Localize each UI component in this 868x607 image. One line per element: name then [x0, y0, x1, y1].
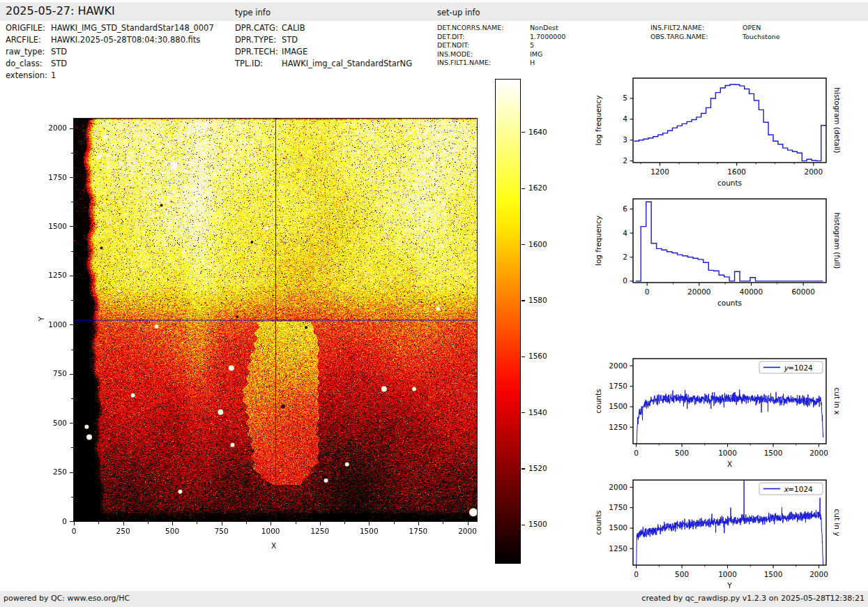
qc-report-page: 2025-05-27: HAWKI type info set-up info … — [0, 0, 868, 607]
main-x-minor-tick — [344, 522, 345, 524]
cut-x-series — [637, 389, 823, 444]
main-y-minor-tick — [71, 447, 73, 448]
file-info-label: extension: — [6, 70, 51, 80]
hist-full-x-tick-label: 40000 — [740, 287, 763, 296]
cut-x-y-tick-label: 1250 — [609, 423, 627, 431]
hist-full-y-tick-label: 2 — [623, 253, 627, 261]
type-info-value: CALIB — [282, 23, 305, 33]
hist-full-y-axis-label: log frequency — [594, 216, 602, 266]
main-x-minor-tick — [394, 522, 395, 524]
colorbar-tick-label: 1520 — [528, 464, 547, 472]
file-info-value: 1 — [51, 70, 56, 80]
main-x-tick — [468, 522, 469, 525]
cut-x-legend-label: y=1024 — [784, 364, 813, 373]
cut-x-right-label: cut in x — [833, 387, 842, 414]
main-x-tick — [123, 522, 124, 525]
type-info-label: DPR.CATG: — [235, 23, 282, 33]
main-y-tick-label: 1000 — [40, 320, 67, 329]
cut-y-x-tick-label: 0 — [634, 570, 639, 578]
cut-y-y-tick-label: 1500 — [609, 523, 627, 532]
main-y-tick-label: 750 — [40, 369, 67, 377]
cut-y-x-tick-label: 1000 — [718, 570, 737, 578]
main-x-tick-label: 1000 — [257, 527, 284, 535]
hist-detail-y-tick-label: 3 — [623, 135, 627, 144]
hist-full-plot: 02000040000600000246countslog frequencyh… — [586, 188, 868, 310]
hist-detail-y-axis-label: log frequency — [594, 95, 602, 145]
main-x-tick — [222, 522, 222, 525]
main-x-minor-tick — [148, 522, 149, 524]
main-x-tick-label: 1250 — [306, 527, 334, 535]
main-y-tick — [70, 177, 73, 178]
main-y-axis-label: Y — [37, 317, 45, 321]
type-info-value: STD — [282, 35, 298, 45]
cut-y-x-tick-label: 1500 — [764, 570, 783, 578]
hist-full-right-label: histogram (full) — [833, 213, 842, 269]
hist-full-y-tick-label: 6 — [623, 204, 627, 213]
setup-info-row: OBS.TARG.NAME:Touchstone — [650, 33, 780, 40]
file-info-label: ORIGFILE: — [6, 23, 51, 33]
file-info-row: raw_type:STD — [6, 47, 67, 57]
file-info-label: do_class: — [6, 59, 51, 68]
hist-full-x-tick-label: 20000 — [687, 287, 710, 296]
hist-detail-series — [634, 84, 825, 161]
hist-full-frame — [633, 199, 826, 283]
setup-info-row: DET.NDIT:5 — [437, 41, 534, 49]
main-x-tick-label: 1500 — [355, 527, 383, 535]
file-info-value: STD — [51, 59, 67, 68]
cut-y-y-tick-label: 1750 — [609, 503, 627, 511]
setup-info-row: INS.FILT1.NAME:H — [437, 59, 535, 66]
hist-detail-y-tick-label: 5 — [623, 93, 627, 102]
file-info-label: ARCFILE: — [6, 35, 51, 45]
cut-x-y-axis-label: counts — [594, 389, 602, 413]
main-x-minor-tick — [98, 522, 99, 524]
page-title: 2025-05-27: HAWKI — [6, 4, 115, 17]
colorbar-tick-label: 1560 — [528, 352, 547, 360]
colorbar-tick — [521, 525, 525, 525]
cut-y-plot: 05001000150020001250150017502000Ycountsc… — [586, 469, 868, 593]
hist-detail-x-axis-label: counts — [717, 179, 742, 187]
cut-x-y-tick-label: 1750 — [609, 382, 627, 390]
main-y-tick — [70, 276, 73, 276]
main-y-minor-tick — [71, 398, 73, 399]
file-info-value: HAWKI_IMG_STD_StandardStar148_0007 — [51, 23, 214, 33]
setup-info-row: DET.NCORRS.NAME:NonDest — [437, 24, 558, 31]
colorbar-tick-label: 1600 — [528, 240, 547, 248]
detector-image — [74, 119, 477, 521]
main-x-tick — [172, 522, 173, 525]
type-info-label: DPR.TYPE: — [235, 35, 282, 45]
cut-x-x-tick-label: 0 — [634, 449, 639, 457]
hist-full-y-tick-label: 4 — [623, 229, 627, 237]
cut-x-x-tick-label: 500 — [675, 449, 689, 457]
colorbar-tick-label: 1580 — [528, 296, 547, 304]
colorbar-tick-label: 1620 — [528, 183, 547, 192]
main-y-tick — [70, 324, 73, 325]
setup-info-label: OBS.TARG.NAME: — [650, 33, 743, 40]
main-x-tick-label: 1750 — [404, 527, 432, 535]
footer-left-text: powered by QC: www.eso.org/HC — [3, 594, 130, 603]
main-y-minor-tick — [71, 350, 73, 350]
main-x-tick-label: 250 — [109, 527, 137, 535]
cut-y-right-label: cut in y — [833, 509, 842, 536]
main-y-tick — [70, 128, 73, 129]
file-info-row: ORIGFILE:HAWKI_IMG_STD_StandardStar148_0… — [6, 23, 214, 33]
main-y-minor-tick — [71, 202, 73, 202]
setup-info-value: Touchstone — [743, 33, 780, 40]
setup-info-value: IMG — [530, 50, 542, 58]
main-y-minor-tick — [71, 153, 73, 153]
main-x-minor-tick — [197, 522, 197, 524]
type-info-row: DPR.TYPE:STD — [235, 35, 298, 45]
file-info-label: raw_type: — [6, 47, 51, 57]
hist-detail-y-tick-label: 4 — [623, 114, 627, 123]
main-y-minor-tick — [71, 497, 73, 497]
cut-y-legend-label: x=1024 — [784, 485, 813, 493]
type-info-row: DPR.TECH:IMAGE — [235, 47, 307, 57]
main-y-tick — [70, 226, 73, 227]
main-y-minor-tick — [71, 300, 73, 301]
main-x-tick — [418, 522, 419, 525]
main-y-tick — [70, 521, 73, 522]
type-info-row: DPR.CATG:CALIB — [235, 23, 305, 33]
hist-full-y-tick-label: 0 — [623, 276, 627, 285]
setup-info-value: H — [530, 59, 535, 66]
colorbar-tick — [521, 244, 525, 245]
colorbar-tick-label: 1640 — [528, 128, 547, 136]
